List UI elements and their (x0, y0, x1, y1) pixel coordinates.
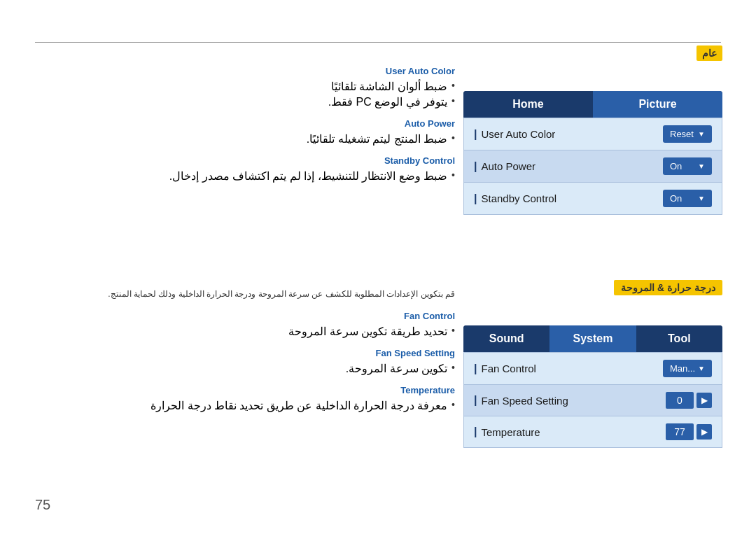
control-standby-control: On ▼ (649, 190, 712, 207)
row-user-auto-color: User Auto Color Reset ▼ (464, 118, 722, 150)
tab-picture[interactable]: Picture (593, 91, 722, 118)
top-text-section: User Auto Color ضبط ألوان الشاشة تلقائيً… (35, 56, 455, 185)
dropdown-auto-power[interactable]: On ▼ (663, 157, 712, 175)
dropdown-arrow: ▼ (698, 195, 705, 202)
tab-tool[interactable]: Tool (636, 325, 722, 352)
dropdown-arrow: ▼ (698, 365, 705, 372)
bottom-panel: Sound System Tool Fan Control Man... ▼ F… (463, 325, 722, 448)
bottom-panel-tabs: Sound System Tool (463, 325, 722, 352)
top-panel-tabs: Home Picture (463, 91, 722, 118)
user-auto-color-bullet-1: ضبط ألوان الشاشة تلقائيًا (35, 80, 455, 93)
dropdown-fan-control[interactable]: Man... ▼ (663, 360, 712, 377)
user-auto-color-title: User Auto Color (35, 66, 455, 76)
temperature-bullet-1: معرفة درجة الحرارة الداخلية عن طريق تحدي… (35, 399, 455, 412)
label-user-auto-color: User Auto Color (474, 128, 649, 141)
top-panel: Home Picture User Auto Color Reset ▼ Aut… (463, 91, 722, 215)
page-number: 75 (35, 497, 50, 513)
control-fan-speed: 0 ▶ (649, 392, 712, 409)
fan-speed-title: Fan Speed Setting (35, 348, 455, 358)
fan-speed-bullet-1: تكوين سرعة المروحة. (35, 362, 455, 375)
row-fan-control: Fan Control Man... ▼ (464, 353, 722, 385)
tab-home[interactable]: Home (463, 91, 593, 118)
dropdown-arrow: ▼ (698, 130, 705, 138)
fan-control-bullet-1: تحديد طريقة تكوين سرعة المروحة (35, 325, 455, 338)
bottom-text-section: قم بتكوين الإعدادات المطلوبة للكشف عن سر… (35, 287, 455, 414)
label-fan-speed: Fan Speed Setting (474, 394, 649, 407)
fan-speed-value: 0 (666, 392, 694, 409)
bottom-intro: قم بتكوين الإعدادات المطلوبة للكشف عن سر… (35, 287, 455, 301)
row-standby-control: Standby Control On ▼ (464, 183, 722, 214)
top-divider (35, 42, 721, 43)
temperature-title: Temperature (35, 385, 455, 395)
control-fan-control: Man... ▼ (649, 360, 712, 377)
row-fan-speed: Fan Speed Setting 0 ▶ (464, 385, 722, 416)
dropdown-user-auto-color[interactable]: Reset ▼ (663, 125, 712, 143)
control-auto-power: On ▼ (649, 157, 712, 175)
temperature-value: 77 (666, 423, 694, 440)
auto-power-bullet-1: ضبط المنتج ليتم تشغيله تلقائيًا. (35, 132, 455, 146)
fan-speed-increment[interactable]: ▶ (696, 393, 712, 408)
standby-control-title: Standby Control (35, 155, 455, 166)
label-standby-control: Standby Control (474, 192, 649, 205)
user-auto-color-bullet-2: يتوفر في الوضع PC فقط. (35, 95, 455, 108)
section-badge-top: عام (696, 45, 722, 61)
dropdown-standby-control[interactable]: On ▼ (663, 190, 712, 207)
temperature-increment[interactable]: ▶ (696, 424, 712, 440)
row-auto-power: Auto Power On ▼ (464, 150, 722, 183)
fan-control-title: Fan Control (35, 311, 455, 321)
tab-sound[interactable]: Sound (463, 325, 550, 352)
control-temperature: 77 ▶ (649, 423, 712, 440)
row-temperature: Temperature 77 ▶ (464, 416, 722, 447)
dropdown-arrow: ▼ (698, 162, 705, 170)
label-fan-control: Fan Control (474, 363, 649, 375)
auto-power-title: Auto Power (35, 118, 455, 129)
top-panel-body: User Auto Color Reset ▼ Auto Power On ▼ … (463, 118, 722, 215)
standby-control-bullet-1: ضبط وضع الانتظار للتنشيط، إذا لم يتم اكت… (35, 169, 455, 183)
bottom-panel-body: Fan Control Man... ▼ Fan Speed Setting 0… (463, 352, 722, 448)
label-auto-power: Auto Power (474, 160, 649, 173)
section-badge-bottom: درجة حرارة & المروحة (614, 280, 722, 295)
tab-system[interactable]: System (550, 325, 636, 352)
control-user-auto-color: Reset ▼ (649, 125, 712, 143)
label-temperature: Temperature (474, 426, 649, 438)
